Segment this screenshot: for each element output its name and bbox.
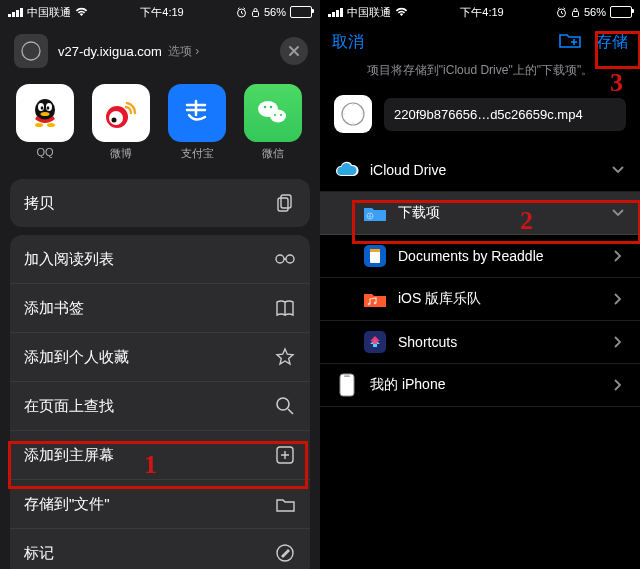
add-square-icon <box>274 444 296 466</box>
signal-icon <box>8 8 23 17</box>
filename-field[interactable]: 220f9b876656…d5c26659c.mp4 <box>384 98 626 131</box>
wifi-icon <box>395 7 408 17</box>
share-app-weibo[interactable]: 微博 <box>90 84 152 161</box>
safari-file-icon <box>334 95 372 133</box>
copy-action-block: 拷贝 <box>10 179 310 227</box>
icloud-icon <box>334 159 360 181</box>
loc-downloads[interactable]: 下载项 <box>320 192 640 235</box>
svg-point-13 <box>112 118 117 123</box>
loc-label: Shortcuts <box>398 334 600 350</box>
garageband-folder-icon <box>362 288 388 310</box>
chevron-down-icon <box>610 166 626 174</box>
svg-point-17 <box>270 106 273 109</box>
signal-icon <box>328 8 343 17</box>
battery-icon <box>290 6 312 18</box>
wifi-icon <box>75 7 88 17</box>
search-icon <box>274 395 296 417</box>
action-label: 添加到个人收藏 <box>24 348 129 367</box>
app-share-row: QQ 微博 支付宝 微信 <box>0 80 320 171</box>
action-copy[interactable]: 拷贝 <box>10 179 310 227</box>
loc-my-iphone[interactable]: 我的 iPhone <box>320 364 640 407</box>
share-sheet-screen: 中国联通 下午4:19 56% v27-dy.ixigua.com 选项 › <box>0 0 320 569</box>
share-app-qq[interactable]: QQ <box>14 84 76 161</box>
loc-label: iOS 版库乐队 <box>398 290 600 308</box>
action-label: 添加书签 <box>24 299 84 318</box>
url-options[interactable]: 选项 › <box>168 43 199 60</box>
downloads-folder-icon <box>362 202 388 224</box>
share-app-alipay[interactable]: 支付宝 <box>166 84 228 161</box>
shortcuts-app-icon <box>362 331 388 353</box>
action-label: 在页面上查找 <box>24 397 114 416</box>
svg-point-22 <box>276 255 284 263</box>
safari-icon <box>14 34 48 68</box>
lock-icon <box>571 7 580 18</box>
svg-point-39 <box>374 302 377 305</box>
action-save-to-files[interactable]: 存储到"文件" <box>10 480 310 529</box>
action-add-favorites[interactable]: 添加到个人收藏 <box>10 333 310 382</box>
action-add-home[interactable]: 添加到主屏幕 <box>10 431 310 480</box>
svg-point-19 <box>280 114 282 116</box>
cancel-button[interactable]: 取消 <box>332 32 364 53</box>
action-reading-list[interactable]: 加入阅读列表 <box>10 235 310 284</box>
new-folder-button[interactable] <box>558 30 582 54</box>
svg-rect-21 <box>278 198 288 211</box>
svg-point-8 <box>41 112 50 116</box>
battery-pct: 56% <box>584 6 606 18</box>
alipay-icon <box>168 84 226 142</box>
chevron-right-icon <box>610 293 626 305</box>
documents-app-icon <box>362 245 388 267</box>
action-label: 拷贝 <box>24 194 54 213</box>
annotation-label-2: 2 <box>520 206 533 236</box>
locations-list: iCloud Drive 下载项 2 Documents by Readdle <box>320 149 640 407</box>
action-label: 添加到主屏幕 <box>24 446 114 465</box>
glasses-icon <box>274 248 296 270</box>
svg-rect-28 <box>572 11 578 16</box>
loc-icloud-drive[interactable]: iCloud Drive <box>320 149 640 192</box>
share-app-wechat[interactable]: 微信 <box>242 84 304 161</box>
action-label: 存储到"文件" <box>24 495 110 514</box>
wechat-icon <box>244 84 302 142</box>
save-button[interactable]: 存储 <box>596 32 628 53</box>
action-markup[interactable]: 标记 <box>10 529 310 569</box>
status-bar: 中国联通 下午4:19 56% <box>320 0 640 22</box>
chevron-down-icon <box>610 209 626 217</box>
svg-point-7 <box>47 106 50 110</box>
chevron-right-icon <box>610 379 626 391</box>
loc-shortcuts[interactable]: Shortcuts <box>320 321 640 364</box>
file-row: 220f9b876656…d5c26659c.mp4 <box>320 87 640 141</box>
chevron-right-icon <box>610 250 626 262</box>
files-save-screen: 中国联通 下午4:19 56% 取消 存储 3 <box>320 0 640 569</box>
url-row: v27-dy.ixigua.com 选项 › <box>0 22 320 80</box>
nav-bar: 取消 存储 <box>320 22 640 60</box>
loc-label: iCloud Drive <box>370 162 600 178</box>
status-time: 下午4:19 <box>408 5 556 20</box>
loc-garageband[interactable]: iOS 版库乐队 <box>320 278 640 321</box>
app-label: QQ <box>36 146 53 158</box>
svg-point-10 <box>47 123 55 127</box>
loc-label: Documents by Readdle <box>398 248 600 264</box>
carrier-label: 中国联通 <box>347 5 391 20</box>
app-label: 微博 <box>110 146 132 161</box>
battery-icon <box>610 6 632 18</box>
loc-label: 下载项 <box>398 204 600 222</box>
svg-point-6 <box>41 106 44 110</box>
svg-point-18 <box>274 114 276 116</box>
loc-documents-readdle[interactable]: Documents by Readdle <box>320 235 640 278</box>
svg-point-12 <box>109 111 123 125</box>
actions-list: 加入阅读列表 添加书签 添加到个人收藏 在页面上查找 添加到主屏幕 <box>10 235 310 569</box>
star-icon <box>274 346 296 368</box>
app-label: 支付宝 <box>181 146 214 161</box>
svg-point-24 <box>277 398 289 410</box>
save-subtitle: 项目将存储到"iCloud Drive"上的"下载项"。 <box>320 60 640 87</box>
action-find-on-page[interactable]: 在页面上查找 <box>10 382 310 431</box>
action-add-bookmark[interactable]: 添加书签 <box>10 284 310 333</box>
close-button[interactable] <box>280 37 308 65</box>
action-label: 标记 <box>24 544 54 563</box>
alarm-icon <box>236 7 247 18</box>
copy-icon <box>274 192 296 214</box>
svg-rect-41 <box>340 374 354 396</box>
svg-point-38 <box>368 303 371 306</box>
iphone-icon <box>334 374 360 396</box>
svg-point-2 <box>22 42 40 60</box>
url-host: v27-dy.ixigua.com <box>58 44 162 59</box>
